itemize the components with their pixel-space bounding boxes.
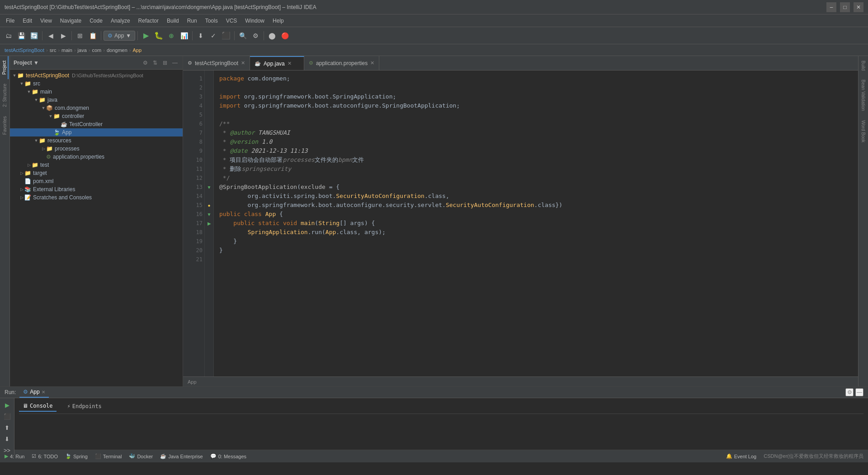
tab-application-props-close[interactable]: ✕: [370, 60, 374, 66]
vcs-commit[interactable]: ✓: [208, 30, 219, 42]
tab-app-java-close[interactable]: ✕: [288, 61, 292, 66]
settings-button[interactable]: ⚙: [250, 30, 261, 42]
bean-validation-tool-window[interactable]: Bean Validation: [860, 75, 867, 115]
spring-status-item[interactable]: 🍃 Spring: [65, 453, 88, 459]
project-expand-icon[interactable]: ⊞: [161, 59, 169, 67]
favorites-tool-window[interactable]: Favorites: [1, 112, 8, 139]
run-minimize-btn[interactable]: —: [855, 388, 863, 396]
project-tool-window[interactable]: Project: [1, 56, 9, 79]
toolbar-back[interactable]: ◀: [45, 30, 57, 42]
toolbar-forward[interactable]: ▶: [57, 30, 69, 42]
tree-target[interactable]: ▷ 📁 target: [10, 169, 183, 177]
fold-marker-13[interactable]: ▼: [207, 183, 212, 192]
tree-app-props[interactable]: ⚙ application.properties: [10, 153, 183, 161]
stop-button[interactable]: ⬛: [220, 30, 232, 42]
tree-java[interactable]: ▼ 📁 java: [10, 96, 183, 104]
breadcrumb-com[interactable]: com: [92, 47, 101, 53]
tree-root[interactable]: ▼ 📁 testActSpringBoot D:\GithubTest\test…: [10, 71, 183, 80]
build-tool-window[interactable]: Build: [860, 56, 867, 75]
menu-analyze[interactable]: Analyze: [107, 16, 134, 26]
tree-com-dongmen[interactable]: ▼ 📦 com.dongmen: [10, 104, 183, 112]
java-enterprise-icon: ☕: [160, 453, 166, 459]
tree-processes[interactable]: ▷ 📁 processes: [10, 145, 183, 153]
warning-marker-15[interactable]: ●: [207, 201, 212, 210]
tab-app-java[interactable]: ☕ App.java ✕: [250, 56, 304, 70]
toolbar-sync[interactable]: 🔄: [28, 30, 40, 42]
toolbar-new-window[interactable]: ⊞: [74, 30, 86, 42]
search-everywhere[interactable]: 🔍: [237, 30, 249, 42]
menu-code[interactable]: Code: [86, 16, 106, 26]
breadcrumb-project[interactable]: testActSpringBoot: [5, 47, 44, 53]
toolbar-save[interactable]: 💾: [15, 30, 27, 42]
run-play-btn[interactable]: ▶: [2, 400, 12, 410]
menu-refactor[interactable]: Refactor: [135, 16, 162, 26]
menu-tools[interactable]: Tools: [202, 16, 222, 26]
structure-tool-window[interactable]: 2: Structure: [1, 79, 8, 112]
tree-app[interactable]: 🍃 App: [10, 128, 183, 136]
run-with-coverage[interactable]: ⊕: [165, 30, 177, 42]
event-log-label: Event Log: [734, 454, 757, 459]
tree-src[interactable]: ▼ 📁 src: [10, 80, 183, 88]
tree-controller[interactable]: ▼ 📁 controller: [10, 112, 183, 120]
tree-scratches[interactable]: ▷ 📝 Scratches and Consoles: [10, 193, 183, 202]
project-minimize-icon[interactable]: —: [171, 59, 179, 67]
run-stop-btn[interactable]: ⬛: [2, 411, 12, 421]
run-scroll-btn[interactable]: ⬆: [2, 423, 12, 433]
close-button[interactable]: ✕: [854, 2, 863, 12]
menu-run[interactable]: Run: [184, 16, 201, 26]
menu-build[interactable]: Build: [163, 16, 183, 26]
tab-testactspringboot[interactable]: ⚙ testActSpringBoot ✕: [183, 56, 250, 70]
tab-testactspringboot-close[interactable]: ✕: [241, 60, 245, 66]
run-scroll-down-btn[interactable]: ⬇: [2, 434, 12, 444]
menu-file[interactable]: File: [2, 16, 18, 26]
project-gear-icon[interactable]: ⚙: [141, 59, 149, 67]
menu-view[interactable]: View: [37, 16, 56, 26]
toolbar-scratch[interactable]: 📋: [87, 30, 99, 42]
docker-status-item[interactable]: 🐳 Docker: [129, 453, 153, 459]
todo-status-item[interactable]: ☑ 6: TODO: [32, 453, 58, 459]
breadcrumb-java[interactable]: java: [78, 47, 87, 53]
breadcrumb-main[interactable]: main: [61, 47, 72, 53]
breadcrumb-app[interactable]: App: [132, 47, 142, 53]
run-settings-btn[interactable]: ⚙: [845, 388, 854, 396]
menu-navigate[interactable]: Navigate: [57, 16, 85, 26]
run-config-selector[interactable]: ⚙ App ▼: [104, 31, 135, 41]
run-app-tab[interactable]: ⚙ App ✕: [19, 387, 48, 398]
tab-application-props[interactable]: ⚙ application.properties ✕: [304, 56, 379, 70]
endpoints-tab[interactable]: ⚡ Endpoints: [64, 401, 105, 412]
code-editor[interactable]: package com.dongmen; import org.springfr…: [214, 71, 858, 376]
toolbar-intellij-icon[interactable]: ⬤: [266, 30, 278, 42]
minimize-button[interactable]: –: [826, 2, 836, 12]
run-status-item[interactable]: ▶ 4: Run: [5, 453, 24, 459]
run-marker-17[interactable]: ▶: [207, 219, 212, 228]
tree-external-libs[interactable]: ▷ 📚 External Libraries: [10, 185, 183, 193]
java-enterprise-status-item[interactable]: ☕ Java Enterprise: [160, 453, 203, 459]
tree-pom[interactable]: 📄 pom.xml: [10, 177, 183, 185]
event-log-item[interactable]: 🔔 Event Log: [726, 453, 757, 459]
maximize-button[interactable]: □: [840, 2, 850, 12]
toolbar-project-icon[interactable]: 🗂: [3, 30, 14, 42]
project-sort-icon[interactable]: ⇅: [151, 59, 159, 67]
vcs-update[interactable]: ⬇: [195, 30, 207, 42]
tree-testcontroller[interactable]: ☕ TestController: [10, 120, 183, 128]
controller-label: controller: [62, 113, 84, 119]
messages-status-item[interactable]: 💬 0: Messages: [210, 453, 246, 459]
breadcrumb-dongmen[interactable]: dongmen: [107, 47, 127, 53]
fold-marker-16[interactable]: ▼: [207, 210, 212, 219]
menu-window[interactable]: Window: [241, 16, 268, 26]
run-button[interactable]: ▶: [140, 30, 152, 42]
run-tab-close[interactable]: ✕: [42, 390, 45, 395]
breadcrumb-src[interactable]: src: [50, 47, 57, 53]
menu-edit[interactable]: Edit: [19, 16, 36, 26]
menu-help[interactable]: Help: [269, 16, 288, 26]
toolbar-plugin-icon[interactable]: 🔴: [279, 30, 291, 42]
terminal-status-item[interactable]: ⬛ Terminal: [95, 453, 122, 459]
profile-button[interactable]: 📊: [178, 30, 190, 42]
console-tab[interactable]: 🖥 Console: [19, 401, 57, 412]
word-book-tool-window[interactable]: Word Book: [860, 116, 867, 147]
debug-button[interactable]: 🐛: [153, 30, 165, 42]
tree-test[interactable]: ▷ 📁 test: [10, 161, 183, 169]
menu-vcs[interactable]: VCS: [222, 16, 241, 26]
tree-resources[interactable]: ▼ 📁 resources: [10, 136, 183, 145]
tree-main[interactable]: ▼ 📁 main: [10, 88, 183, 96]
